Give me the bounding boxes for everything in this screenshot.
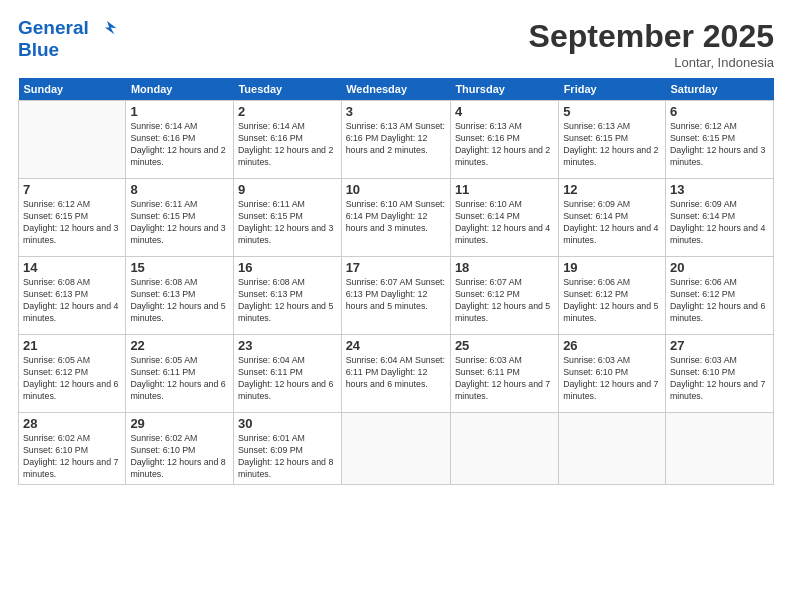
day-number: 20 [670,260,769,275]
calendar-cell: 23Sunrise: 6:04 AM Sunset: 6:11 PM Dayli… [233,335,341,413]
calendar-cell: 24Sunrise: 6:04 AM Sunset: 6:11 PM Dayli… [341,335,450,413]
day-number: 9 [238,182,337,197]
day-number: 17 [346,260,446,275]
day-info: Sunrise: 6:07 AM Sunset: 6:12 PM Dayligh… [455,277,554,325]
day-info: Sunrise: 6:13 AM Sunset: 6:15 PM Dayligh… [563,121,661,169]
calendar-table: SundayMondayTuesdayWednesdayThursdayFrid… [18,78,774,485]
logo-general: General [18,17,89,38]
day-info: Sunrise: 6:04 AM Sunset: 6:11 PM Dayligh… [238,355,337,403]
calendar-cell: 18Sunrise: 6:07 AM Sunset: 6:12 PM Dayli… [450,257,558,335]
calendar-cell: 28Sunrise: 6:02 AM Sunset: 6:10 PM Dayli… [19,413,126,485]
logo: General Blue [18,18,118,61]
day-info: Sunrise: 6:14 AM Sunset: 6:16 PM Dayligh… [130,121,229,169]
calendar-cell: 6Sunrise: 6:12 AM Sunset: 6:15 PM Daylig… [665,101,773,179]
day-number: 5 [563,104,661,119]
calendar-cell: 25Sunrise: 6:03 AM Sunset: 6:11 PM Dayli… [450,335,558,413]
day-info: Sunrise: 6:10 AM Sunset: 6:14 PM Dayligh… [346,199,446,235]
logo-bird-icon [96,18,118,40]
day-number: 7 [23,182,121,197]
day-info: Sunrise: 6:12 AM Sunset: 6:15 PM Dayligh… [670,121,769,169]
calendar-cell: 30Sunrise: 6:01 AM Sunset: 6:09 PM Dayli… [233,413,341,485]
day-number: 12 [563,182,661,197]
day-info: Sunrise: 6:09 AM Sunset: 6:14 PM Dayligh… [563,199,661,247]
week-row-3: 14Sunrise: 6:08 AM Sunset: 6:13 PM Dayli… [19,257,774,335]
location: Lontar, Indonesia [529,55,774,70]
day-info: Sunrise: 6:05 AM Sunset: 6:12 PM Dayligh… [23,355,121,403]
calendar-cell [341,413,450,485]
day-number: 10 [346,182,446,197]
day-info: Sunrise: 6:08 AM Sunset: 6:13 PM Dayligh… [23,277,121,325]
title-section: September 2025 Lontar, Indonesia [529,18,774,70]
day-number: 24 [346,338,446,353]
day-info: Sunrise: 6:01 AM Sunset: 6:09 PM Dayligh… [238,433,337,481]
day-info: Sunrise: 6:05 AM Sunset: 6:11 PM Dayligh… [130,355,229,403]
day-number: 27 [670,338,769,353]
header-row: SundayMondayTuesdayWednesdayThursdayFrid… [19,78,774,101]
day-number: 26 [563,338,661,353]
calendar-cell: 3Sunrise: 6:13 AM Sunset: 6:16 PM Daylig… [341,101,450,179]
day-number: 11 [455,182,554,197]
calendar-cell: 7Sunrise: 6:12 AM Sunset: 6:15 PM Daylig… [19,179,126,257]
column-header-tuesday: Tuesday [233,78,341,101]
day-info: Sunrise: 6:13 AM Sunset: 6:16 PM Dayligh… [346,121,446,157]
day-number: 3 [346,104,446,119]
column-header-thursday: Thursday [450,78,558,101]
calendar-cell: 19Sunrise: 6:06 AM Sunset: 6:12 PM Dayli… [559,257,666,335]
calendar-cell: 20Sunrise: 6:06 AM Sunset: 6:12 PM Dayli… [665,257,773,335]
column-header-monday: Monday [126,78,234,101]
day-number: 6 [670,104,769,119]
day-info: Sunrise: 6:03 AM Sunset: 6:11 PM Dayligh… [455,355,554,403]
column-header-saturday: Saturday [665,78,773,101]
calendar-cell: 13Sunrise: 6:09 AM Sunset: 6:14 PM Dayli… [665,179,773,257]
day-number: 4 [455,104,554,119]
calendar-cell: 11Sunrise: 6:10 AM Sunset: 6:14 PM Dayli… [450,179,558,257]
calendar-cell: 29Sunrise: 6:02 AM Sunset: 6:10 PM Dayli… [126,413,234,485]
calendar-cell: 1Sunrise: 6:14 AM Sunset: 6:16 PM Daylig… [126,101,234,179]
day-number: 14 [23,260,121,275]
month-title: September 2025 [529,18,774,55]
calendar-cell: 17Sunrise: 6:07 AM Sunset: 6:13 PM Dayli… [341,257,450,335]
calendar-cell [19,101,126,179]
day-info: Sunrise: 6:08 AM Sunset: 6:13 PM Dayligh… [238,277,337,325]
day-info: Sunrise: 6:12 AM Sunset: 6:15 PM Dayligh… [23,199,121,247]
calendar-cell [450,413,558,485]
week-row-1: 1Sunrise: 6:14 AM Sunset: 6:16 PM Daylig… [19,101,774,179]
calendar-cell [559,413,666,485]
day-info: Sunrise: 6:08 AM Sunset: 6:13 PM Dayligh… [130,277,229,325]
calendar-cell: 2Sunrise: 6:14 AM Sunset: 6:16 PM Daylig… [233,101,341,179]
day-number: 15 [130,260,229,275]
calendar-cell: 27Sunrise: 6:03 AM Sunset: 6:10 PM Dayli… [665,335,773,413]
day-info: Sunrise: 6:11 AM Sunset: 6:15 PM Dayligh… [238,199,337,247]
day-info: Sunrise: 6:03 AM Sunset: 6:10 PM Dayligh… [563,355,661,403]
calendar-cell: 16Sunrise: 6:08 AM Sunset: 6:13 PM Dayli… [233,257,341,335]
day-info: Sunrise: 6:06 AM Sunset: 6:12 PM Dayligh… [563,277,661,325]
logo-blue: Blue [18,40,118,61]
day-info: Sunrise: 6:09 AM Sunset: 6:14 PM Dayligh… [670,199,769,247]
day-info: Sunrise: 6:07 AM Sunset: 6:13 PM Dayligh… [346,277,446,313]
day-number: 21 [23,338,121,353]
day-number: 13 [670,182,769,197]
day-info: Sunrise: 6:02 AM Sunset: 6:10 PM Dayligh… [130,433,229,481]
calendar-cell: 15Sunrise: 6:08 AM Sunset: 6:13 PM Dayli… [126,257,234,335]
day-info: Sunrise: 6:13 AM Sunset: 6:16 PM Dayligh… [455,121,554,169]
calendar-cell: 8Sunrise: 6:11 AM Sunset: 6:15 PM Daylig… [126,179,234,257]
day-number: 18 [455,260,554,275]
calendar-cell: 9Sunrise: 6:11 AM Sunset: 6:15 PM Daylig… [233,179,341,257]
day-info: Sunrise: 6:11 AM Sunset: 6:15 PM Dayligh… [130,199,229,247]
calendar-cell [665,413,773,485]
day-number: 29 [130,416,229,431]
calendar-cell: 26Sunrise: 6:03 AM Sunset: 6:10 PM Dayli… [559,335,666,413]
calendar-cell: 4Sunrise: 6:13 AM Sunset: 6:16 PM Daylig… [450,101,558,179]
week-row-2: 7Sunrise: 6:12 AM Sunset: 6:15 PM Daylig… [19,179,774,257]
day-info: Sunrise: 6:10 AM Sunset: 6:14 PM Dayligh… [455,199,554,247]
day-info: Sunrise: 6:06 AM Sunset: 6:12 PM Dayligh… [670,277,769,325]
day-info: Sunrise: 6:02 AM Sunset: 6:10 PM Dayligh… [23,433,121,481]
calendar-cell: 14Sunrise: 6:08 AM Sunset: 6:13 PM Dayli… [19,257,126,335]
day-info: Sunrise: 6:14 AM Sunset: 6:16 PM Dayligh… [238,121,337,169]
calendar-cell: 21Sunrise: 6:05 AM Sunset: 6:12 PM Dayli… [19,335,126,413]
page-header: General Blue September 2025 Lontar, Indo… [18,18,774,70]
calendar-cell: 22Sunrise: 6:05 AM Sunset: 6:11 PM Dayli… [126,335,234,413]
day-number: 1 [130,104,229,119]
week-row-5: 28Sunrise: 6:02 AM Sunset: 6:10 PM Dayli… [19,413,774,485]
column-header-friday: Friday [559,78,666,101]
